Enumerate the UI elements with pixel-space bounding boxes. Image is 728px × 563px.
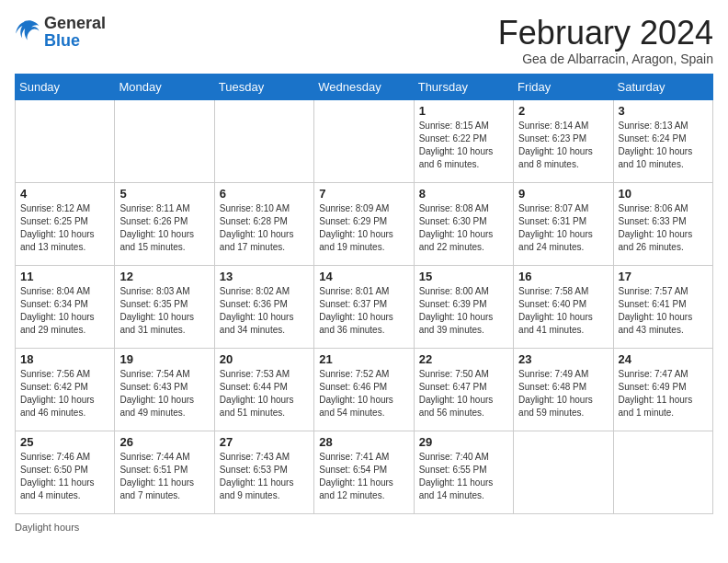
day-info: Sunrise: 7:54 AMSunset: 6:43 PMDaylight:… bbox=[119, 368, 209, 419]
day-info: Sunrise: 7:53 AMSunset: 6:44 PMDaylight:… bbox=[220, 368, 309, 419]
day-cell: 18Sunrise: 7:56 AMSunset: 6:42 PMDayligh… bbox=[16, 348, 115, 431]
day-info: Sunrise: 7:44 AMSunset: 6:51 PMDaylight:… bbox=[119, 451, 209, 502]
logo-bird-icon bbox=[15, 19, 40, 41]
day-cell: 10Sunrise: 8:06 AMSunset: 6:33 PMDayligh… bbox=[613, 182, 712, 265]
day-number: 23 bbox=[518, 352, 608, 366]
day-cell: 3Sunrise: 8:13 AMSunset: 6:24 PMDaylight… bbox=[613, 99, 712, 182]
day-number: 14 bbox=[319, 270, 408, 283]
title-area: February 2024 Gea de Albarracin, Aragon,… bbox=[498, 15, 713, 66]
day-cell: 25Sunrise: 7:46 AMSunset: 6:50 PMDayligh… bbox=[16, 431, 115, 513]
day-cell bbox=[314, 99, 414, 182]
day-number: 17 bbox=[619, 270, 708, 283]
day-number: 13 bbox=[220, 270, 309, 283]
day-number: 3 bbox=[619, 104, 708, 118]
day-info: Sunrise: 8:03 AMSunset: 6:35 PMDaylight:… bbox=[119, 285, 209, 337]
header-row: SundayMondayTuesdayWednesdayThursdayFrid… bbox=[16, 74, 713, 99]
day-cell: 26Sunrise: 7:44 AMSunset: 6:51 PMDayligh… bbox=[115, 431, 214, 513]
day-info: Sunrise: 8:02 AMSunset: 6:36 PMDaylight:… bbox=[220, 285, 309, 337]
day-info: Sunrise: 8:00 AMSunset: 6:39 PMDaylight:… bbox=[419, 285, 508, 337]
day-cell: 24Sunrise: 7:47 AMSunset: 6:49 PMDayligh… bbox=[613, 348, 712, 431]
day-cell bbox=[214, 99, 313, 182]
day-info: Sunrise: 8:04 AMSunset: 6:34 PMDaylight:… bbox=[20, 285, 109, 337]
day-cell: 17Sunrise: 7:57 AMSunset: 6:41 PMDayligh… bbox=[613, 265, 712, 348]
day-info: Sunrise: 7:47 AMSunset: 6:49 PMDaylight:… bbox=[619, 368, 708, 419]
day-number: 25 bbox=[20, 435, 109, 449]
calendar-title: February 2024 bbox=[498, 15, 713, 52]
header: General Blue February 2024 Gea de Albarr… bbox=[15, 15, 713, 66]
day-info: Sunrise: 8:11 AMSunset: 6:26 PMDaylight:… bbox=[119, 202, 209, 254]
day-number: 22 bbox=[419, 352, 508, 366]
day-cell bbox=[613, 431, 712, 513]
day-info: Sunrise: 8:09 AMSunset: 6:29 PMDaylight:… bbox=[319, 202, 408, 254]
day-info: Sunrise: 7:43 AMSunset: 6:53 PMDaylight:… bbox=[220, 451, 309, 502]
day-info: Sunrise: 7:41 AMSunset: 6:54 PMDaylight:… bbox=[319, 451, 408, 502]
day-cell bbox=[514, 431, 613, 513]
day-info: Sunrise: 7:49 AMSunset: 6:48 PMDaylight:… bbox=[518, 368, 608, 419]
day-number: 29 bbox=[419, 435, 508, 449]
footer-note: Daylight hours bbox=[15, 522, 713, 533]
day-cell: 21Sunrise: 7:52 AMSunset: 6:46 PMDayligh… bbox=[314, 348, 414, 431]
day-cell: 9Sunrise: 8:07 AMSunset: 6:31 PMDaylight… bbox=[514, 182, 613, 265]
day-cell: 15Sunrise: 8:00 AMSunset: 6:39 PMDayligh… bbox=[414, 265, 513, 348]
day-cell: 27Sunrise: 7:43 AMSunset: 6:53 PMDayligh… bbox=[214, 431, 313, 513]
day-info: Sunrise: 7:50 AMSunset: 6:47 PMDaylight:… bbox=[419, 368, 508, 419]
day-number: 5 bbox=[119, 187, 209, 201]
day-cell: 2Sunrise: 8:14 AMSunset: 6:23 PMDaylight… bbox=[514, 99, 613, 182]
day-info: Sunrise: 8:08 AMSunset: 6:30 PMDaylight:… bbox=[419, 202, 508, 254]
day-cell: 11Sunrise: 8:04 AMSunset: 6:34 PMDayligh… bbox=[16, 265, 115, 348]
day-cell: 1Sunrise: 8:15 AMSunset: 6:22 PMDaylight… bbox=[414, 99, 513, 182]
day-cell: 19Sunrise: 7:54 AMSunset: 6:43 PMDayligh… bbox=[115, 348, 214, 431]
daylight-label: Daylight hours bbox=[15, 522, 79, 533]
day-info: Sunrise: 7:58 AMSunset: 6:40 PMDaylight:… bbox=[518, 285, 608, 337]
day-info: Sunrise: 8:01 AMSunset: 6:37 PMDaylight:… bbox=[319, 285, 408, 337]
logo-blue: Blue bbox=[44, 32, 106, 50]
day-info: Sunrise: 8:14 AMSunset: 6:23 PMDaylight:… bbox=[518, 120, 608, 171]
week-row-4: 18Sunrise: 7:56 AMSunset: 6:42 PMDayligh… bbox=[16, 348, 713, 431]
day-info: Sunrise: 7:52 AMSunset: 6:46 PMDaylight:… bbox=[319, 368, 408, 419]
day-number: 18 bbox=[20, 352, 109, 366]
day-number: 28 bbox=[319, 435, 408, 449]
day-number: 9 bbox=[518, 187, 608, 201]
day-cell: 22Sunrise: 7:50 AMSunset: 6:47 PMDayligh… bbox=[414, 348, 513, 431]
day-info: Sunrise: 8:15 AMSunset: 6:22 PMDaylight:… bbox=[419, 120, 508, 171]
day-info: Sunrise: 8:10 AMSunset: 6:28 PMDaylight:… bbox=[220, 202, 309, 254]
week-row-5: 25Sunrise: 7:46 AMSunset: 6:50 PMDayligh… bbox=[16, 431, 713, 513]
day-number: 15 bbox=[419, 270, 508, 283]
day-info: Sunrise: 7:46 AMSunset: 6:50 PMDaylight:… bbox=[20, 451, 109, 502]
day-cell: 29Sunrise: 7:40 AMSunset: 6:55 PMDayligh… bbox=[414, 431, 513, 513]
week-row-2: 4Sunrise: 8:12 AMSunset: 6:25 PMDaylight… bbox=[16, 182, 713, 265]
day-cell: 4Sunrise: 8:12 AMSunset: 6:25 PMDaylight… bbox=[16, 182, 115, 265]
day-cell: 16Sunrise: 7:58 AMSunset: 6:40 PMDayligh… bbox=[514, 265, 613, 348]
column-header-thursday: Thursday bbox=[414, 74, 513, 99]
day-cell: 5Sunrise: 8:11 AMSunset: 6:26 PMDaylight… bbox=[115, 182, 214, 265]
day-cell: 28Sunrise: 7:41 AMSunset: 6:54 PMDayligh… bbox=[314, 431, 414, 513]
day-info: Sunrise: 7:57 AMSunset: 6:41 PMDaylight:… bbox=[619, 285, 708, 337]
day-number: 7 bbox=[319, 187, 408, 201]
column-header-saturday: Saturday bbox=[613, 74, 712, 99]
day-cell: 12Sunrise: 8:03 AMSunset: 6:35 PMDayligh… bbox=[115, 265, 214, 348]
day-number: 27 bbox=[220, 435, 309, 449]
day-number: 21 bbox=[319, 352, 408, 366]
day-number: 20 bbox=[220, 352, 309, 366]
day-info: Sunrise: 7:40 AMSunset: 6:55 PMDaylight:… bbox=[419, 451, 508, 502]
calendar-table: SundayMondayTuesdayWednesdayThursdayFrid… bbox=[15, 74, 713, 514]
day-number: 4 bbox=[20, 187, 109, 201]
week-row-1: 1Sunrise: 8:15 AMSunset: 6:22 PMDaylight… bbox=[16, 99, 713, 182]
day-info: Sunrise: 8:06 AMSunset: 6:33 PMDaylight:… bbox=[619, 202, 708, 254]
day-cell bbox=[16, 99, 115, 182]
day-number: 16 bbox=[518, 270, 608, 283]
column-header-friday: Friday bbox=[514, 74, 613, 99]
calendar-subtitle: Gea de Albarracin, Aragon, Spain bbox=[498, 52, 713, 66]
day-number: 11 bbox=[20, 270, 109, 283]
day-cell: 6Sunrise: 8:10 AMSunset: 6:28 PMDaylight… bbox=[214, 182, 313, 265]
column-header-wednesday: Wednesday bbox=[314, 74, 414, 99]
logo-general: General bbox=[44, 15, 106, 32]
day-number: 10 bbox=[619, 187, 708, 201]
day-cell: 13Sunrise: 8:02 AMSunset: 6:36 PMDayligh… bbox=[214, 265, 313, 348]
day-info: Sunrise: 8:07 AMSunset: 6:31 PMDaylight:… bbox=[518, 202, 608, 254]
day-number: 24 bbox=[619, 352, 708, 366]
day-cell: 14Sunrise: 8:01 AMSunset: 6:37 PMDayligh… bbox=[314, 265, 414, 348]
day-number: 12 bbox=[119, 270, 209, 283]
day-number: 19 bbox=[119, 352, 209, 366]
day-info: Sunrise: 8:12 AMSunset: 6:25 PMDaylight:… bbox=[20, 202, 109, 254]
